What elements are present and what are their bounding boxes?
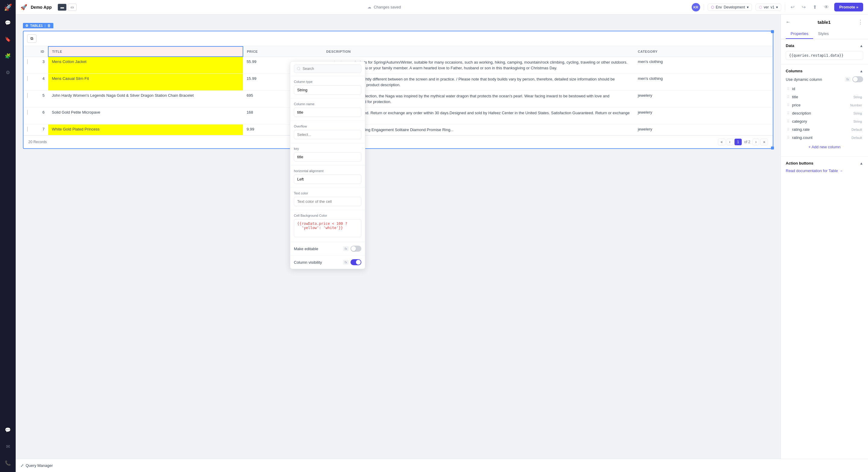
action-buttons-section: Action buttons ▲ Read documentation for …	[781, 157, 868, 177]
canvas: ⚙ TABLE1 | 🗑 ⧉ ID	[16, 14, 781, 459]
table-row: 3 Mens Cotton Jacket 55.99 great outerwe…	[24, 57, 773, 73]
col-item-rating-count[interactable]: ⠿ rating.count Default	[786, 133, 863, 141]
column-name-input[interactable]	[294, 107, 361, 117]
col-type-rating-count: Default	[851, 136, 862, 139]
drag-handle-id[interactable]: ⠿	[787, 87, 789, 91]
data-source-input[interactable]	[786, 51, 863, 60]
col-item-title[interactable]: ⠿ title String	[786, 93, 863, 101]
cell-category: jewelery	[634, 107, 773, 124]
top-resize-handle[interactable]	[771, 30, 774, 33]
drag-handle-price[interactable]: ⠿	[787, 103, 789, 107]
table-footer: 20 Records « ‹ 1 of 2 › »	[24, 135, 773, 148]
preview-btn[interactable]: 👁	[822, 3, 831, 11]
action-section-title: Action buttons	[786, 161, 813, 165]
prev-page-btn[interactable]: ‹	[727, 139, 733, 145]
chat-icon[interactable]: 💬	[2, 425, 13, 435]
header-price[interactable]: PRICE	[243, 46, 322, 57]
query-manager-button[interactable]: ⤢ Query Manager	[21, 463, 53, 468]
col-item-rating-rate[interactable]: ⠿ rating.rate Default	[786, 125, 863, 133]
drag-handle-title[interactable]: ⠿	[787, 95, 789, 99]
comment-icon[interactable]: 💬	[2, 18, 13, 28]
settings-icon[interactable]: ⚙	[3, 67, 12, 78]
header-title[interactable]: TITLE	[48, 46, 243, 57]
topbar: 🚀 Demo App ▬ ▭ ☁ Changes saved KR ⬡ Env …	[16, 0, 868, 14]
add-column-button[interactable]: + Add new column	[786, 141, 863, 152]
rp-back-button[interactable]: ←	[786, 19, 790, 25]
col-type-price: Number	[850, 103, 862, 107]
table-delete-btn[interactable]: 🗑	[47, 24, 51, 28]
cell-id: 4	[33, 73, 48, 90]
doc-link[interactable]: Read documentation for Table →	[786, 168, 863, 173]
corner-resize-handle[interactable]	[771, 147, 774, 150]
column-name-label: Column name	[294, 102, 361, 106]
share-btn[interactable]: ⬆	[811, 3, 818, 11]
header-checkbox-col	[24, 46, 33, 57]
col-item-id[interactable]: ⠿ id	[786, 85, 863, 93]
header-description[interactable]: DESCRIPTION	[323, 46, 634, 57]
col-name-price: price	[792, 103, 848, 107]
overflow-select[interactable]	[294, 130, 361, 139]
next-page-btn[interactable]: ›	[752, 139, 759, 145]
version-selector[interactable]: ⬡ ver v1 ▾	[755, 4, 781, 11]
first-page-btn[interactable]: «	[718, 139, 725, 145]
drag-handle-rating-count[interactable]: ⠿	[787, 136, 789, 140]
dynamic-col-toggle[interactable]	[852, 76, 863, 82]
col-item-price[interactable]: ⠿ price Number	[786, 101, 863, 109]
promote-button[interactable]: Promote »	[834, 3, 863, 11]
mobile-view-btn[interactable]: ▭	[68, 4, 76, 11]
cell-category: jewelery	[634, 90, 773, 107]
make-editable-toggle[interactable]	[350, 246, 361, 252]
redo-btn[interactable]: ↪	[800, 3, 807, 11]
ver-value: v1	[771, 5, 775, 9]
key-input[interactable]	[294, 152, 361, 162]
ver-icon: ⬡	[759, 5, 762, 9]
table-row: 4 Mens Casual Slim Fit 15.99 The color c…	[24, 73, 773, 90]
row-checkbox[interactable]	[27, 110, 28, 115]
alignment-input[interactable]	[294, 175, 361, 184]
tab-properties[interactable]: Properties	[786, 29, 813, 39]
row-checkbox[interactable]	[27, 127, 28, 132]
desktop-view-btn[interactable]: ▬	[58, 4, 67, 11]
columns-collapse-btn[interactable]: ▲	[860, 69, 863, 73]
drag-handle-description[interactable]: ⠿	[787, 111, 789, 116]
rp-more-button[interactable]: ⋮	[858, 19, 863, 25]
data-collapse-btn[interactable]: ▲	[860, 44, 863, 48]
bottom-bar: ⤢ Query Manager	[16, 459, 868, 472]
cell-id: 6	[33, 107, 48, 124]
visibility-toggle[interactable]	[350, 259, 361, 265]
row-checkbox[interactable]	[27, 93, 28, 98]
cell-title: Mens Casual Slim Fit	[48, 73, 243, 90]
puzzle-icon[interactable]: 🧩	[2, 51, 13, 61]
col-name-rating-count: rating.count	[792, 135, 849, 140]
text-color-input[interactable]	[294, 197, 361, 206]
cell-id: 3	[33, 57, 48, 73]
tab-styles[interactable]: Styles	[813, 29, 833, 39]
bookmark-icon[interactable]: 🔖	[2, 34, 13, 44]
drag-handle-rating-rate[interactable]: ⠿	[787, 127, 789, 132]
drag-handle-category[interactable]: ⠿	[787, 119, 789, 124]
col-item-category[interactable]: ⠿ category String	[786, 117, 863, 125]
env-selector[interactable]: ⬡ Env Development ▾	[708, 4, 752, 11]
bg-color-input[interactable]: {{rowData.price < 100 ? 'yellow': 'white…	[294, 219, 361, 237]
undo-btn[interactable]: ↩	[789, 3, 796, 11]
col-item-description[interactable]: ⠿ description String	[786, 109, 863, 117]
column-editor-search-section	[290, 62, 365, 76]
row-checkbox[interactable]	[27, 59, 28, 64]
current-page-btn[interactable]: 1	[735, 139, 742, 145]
table-header: ID TITLE PRICE DESCRIPTION CATEGORY	[24, 46, 773, 57]
header-category[interactable]: CATEGORY	[634, 46, 773, 57]
action-collapse-btn[interactable]: ▲	[860, 161, 863, 165]
cell-id: 5	[33, 90, 48, 107]
column-search-input[interactable]	[294, 64, 361, 73]
phone-icon[interactable]: 📞	[2, 458, 13, 468]
filter-button[interactable]: ⧉	[27, 34, 36, 43]
logo-icon: 🚀	[4, 4, 12, 11]
row-checkbox[interactable]	[27, 76, 28, 81]
message-icon[interactable]: ✉	[4, 441, 12, 452]
column-type-input[interactable]	[294, 85, 361, 95]
cell-description: From our Legends Collection, the Naga wa…	[323, 90, 634, 107]
right-panel-header: ← table1 ⋮ Properties Styles	[781, 14, 868, 39]
cloud-icon: ☁	[367, 5, 371, 9]
cell-description: The color could be slightly different be…	[323, 73, 634, 90]
last-page-btn[interactable]: »	[761, 139, 768, 145]
